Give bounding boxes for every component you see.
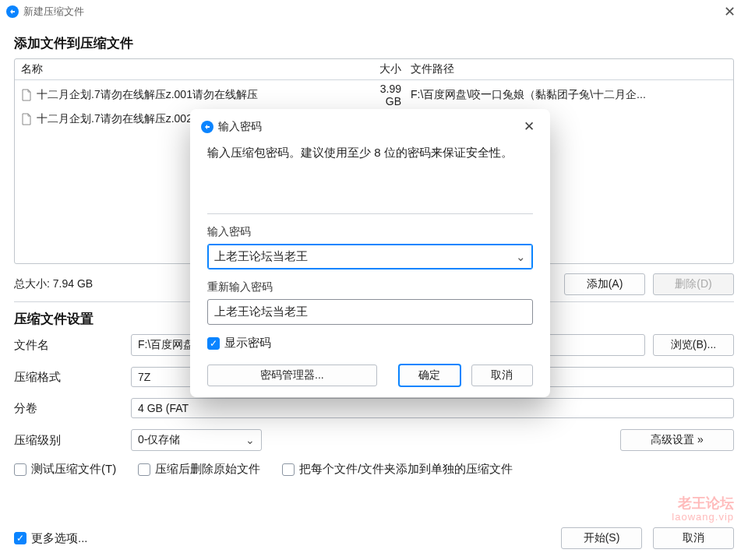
ok-button[interactable]: 确定 [399, 365, 460, 386]
table-header-row: 名称 大小 文件路径 [15, 59, 733, 80]
password-input[interactable]: 上老王论坛当老王 ⌄ [207, 244, 533, 269]
watermark-line2: laowang.vip [672, 512, 734, 523]
app-icon [6, 5, 19, 18]
window-title: 新建压缩文件 [23, 5, 84, 19]
file-icon [21, 89, 34, 101]
chevron-down-icon: ⌄ [245, 434, 255, 446]
test-archive-label: 测试压缩文件(T) [31, 462, 116, 477]
cancel-button[interactable]: 取消 [653, 527, 734, 549]
window-titlebar: 新建压缩文件 ✕ [0, 0, 748, 23]
advanced-button[interactable]: 高级设置 » [620, 429, 734, 451]
level-label: 压缩级别 [14, 433, 131, 448]
watermark-line1: 老王论坛 [672, 496, 734, 512]
add-button[interactable]: 添加(A) [564, 273, 645, 295]
dialog-cancel-button[interactable]: 取消 [471, 365, 533, 386]
more-options-label: 更多选项... [31, 531, 88, 546]
checkbox-icon [282, 463, 295, 476]
chevron-down-icon: ⌄ [516, 250, 526, 264]
password-dialog: 输入密码 ✕ 输入压缩包密码。建议使用至少 8 位的密码来保证安全性。 输入密码… [190, 109, 550, 397]
col-size[interactable]: 大小 [364, 62, 411, 76]
file-name: 十二月企划.7请勿在线解压z.001请勿在线解压 [37, 88, 364, 102]
checkbox-checked-icon [14, 532, 26, 544]
delete-after-checkbox[interactable]: 压缩后删除原始文件 [138, 462, 260, 477]
dialog-title: 输入密码 [218, 120, 262, 134]
filename-label: 文件名 [14, 338, 131, 353]
checkbox-icon [138, 463, 150, 476]
start-button[interactable]: 开始(S) [561, 527, 642, 549]
confirm-password-label: 重新输入密码 [207, 280, 533, 294]
test-archive-checkbox[interactable]: 测试压缩文件(T) [14, 462, 116, 477]
level-select[interactable]: 0-仅存储 ⌄ [131, 429, 262, 451]
window-close-button[interactable]: ✕ [718, 3, 742, 20]
dialog-hint: 输入压缩包密码。建议使用至少 8 位的密码来保证安全性。 [207, 146, 533, 160]
volume-select[interactable]: 4 GB (FAT [131, 398, 734, 418]
volume-label: 分卷 [14, 401, 131, 416]
browse-button[interactable]: 浏览(B)... [653, 334, 734, 356]
checkbox-checked-icon [207, 337, 220, 350]
watermark: 老王论坛 laowang.vip [672, 496, 734, 523]
show-password-label: 显示密码 [224, 336, 271, 350]
delete-button[interactable]: 删除(D) [653, 273, 734, 295]
more-options-checkbox[interactable]: 更多选项... [14, 531, 88, 546]
file-icon [21, 113, 34, 125]
checkbox-icon [14, 463, 26, 476]
password-value: 上老王论坛当老王 [214, 249, 308, 264]
confirm-password-value: 上老王论坛当老王 [214, 305, 308, 319]
table-row[interactable]: 十二月企划.7请勿在线解压z.001请勿在线解压 3.99 GB F:\百度网盘… [15, 80, 733, 110]
add-files-heading: 添加文件到压缩文件 [14, 34, 734, 52]
dialog-icon [201, 121, 213, 133]
dialog-close-button[interactable]: ✕ [519, 117, 539, 136]
confirm-password-input[interactable]: 上老王论坛当老王 [207, 299, 533, 325]
each-separate-checkbox[interactable]: 把每个文件/文件夹添加到单独的压缩文件 [282, 462, 513, 477]
file-path: F:\百度网盘\咬一口兔娘（黏黏团子兔\十二月企... [411, 88, 727, 102]
total-size-label: 总大小: 7.94 GB [14, 277, 93, 291]
divider [207, 213, 533, 214]
col-path[interactable]: 文件路径 [411, 62, 727, 76]
password-label: 输入密码 [207, 225, 533, 239]
col-name[interactable]: 名称 [21, 62, 364, 76]
each-separate-label: 把每个文件/文件夹添加到单独的压缩文件 [299, 462, 513, 477]
password-manager-button[interactable]: 密码管理器... [207, 365, 377, 386]
format-label: 压缩格式 [14, 370, 131, 385]
level-value: 0-仅存储 [138, 433, 180, 447]
delete-after-label: 压缩后删除原始文件 [155, 462, 260, 477]
show-password-checkbox[interactable]: 显示密码 [207, 336, 533, 350]
file-size: 3.99 GB [364, 83, 411, 107]
